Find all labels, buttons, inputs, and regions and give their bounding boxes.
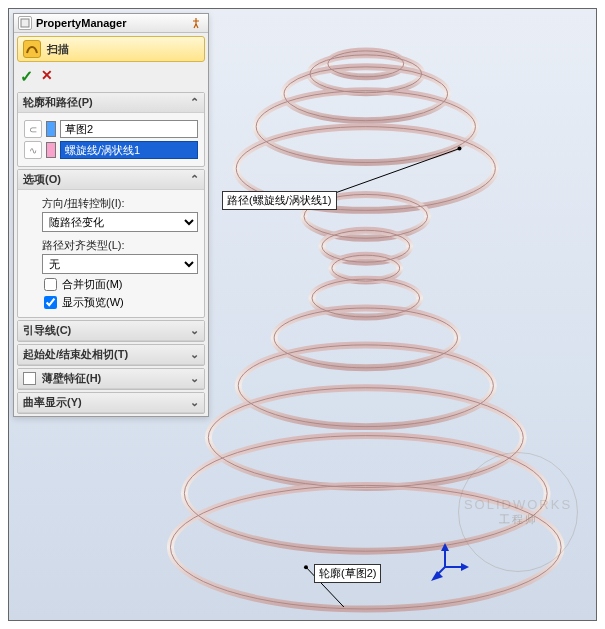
svg-marker-33 — [441, 543, 449, 551]
section-start-end-tangency: 起始处/结束处相切(T) ⌄ — [17, 344, 205, 366]
path-align-select[interactable]: 无 — [42, 254, 198, 274]
svg-marker-35 — [461, 563, 469, 571]
show-preview-checkbox[interactable] — [44, 296, 57, 309]
section-header-startend[interactable]: 起始处/结束处相切(T) ⌄ — [18, 345, 204, 365]
pm-icon — [18, 16, 32, 30]
section-header-options[interactable]: 选项(O) ⌃ — [18, 170, 204, 190]
section-options: 选项(O) ⌃ 方向/扭转控制(I): 随路径变化 路径对齐类型(L): 无 合… — [17, 169, 205, 318]
chevron-down-icon: ⌄ — [190, 324, 199, 337]
section-curvature-display: 曲率显示(Y) ⌄ — [17, 392, 205, 414]
svg-rect-38 — [21, 19, 29, 27]
chevron-up-icon: ⌃ — [190, 96, 199, 109]
section-guide-curves: 引导线(C) ⌄ — [17, 320, 205, 342]
section-header-guide[interactable]: 引导线(C) ⌄ — [18, 321, 204, 341]
section-header-profile-path[interactable]: 轮廓和路径(P) ⌃ — [18, 93, 204, 113]
section-title: 薄壁特征(H) — [42, 371, 101, 386]
path-color-chip — [46, 142, 56, 158]
svg-point-13 — [170, 485, 561, 609]
path-slot-icon[interactable]: ∿ — [24, 141, 42, 159]
pm-titlebar: PropertyManager — [14, 14, 208, 33]
chevron-up-icon: ⌃ — [190, 173, 199, 186]
profile-field[interactable]: 草图2 — [60, 120, 198, 138]
feature-name: 扫描 — [47, 42, 69, 57]
feature-header: 扫描 — [17, 36, 205, 62]
svg-point-12 — [184, 436, 547, 552]
section-title: 选项(O) — [23, 172, 61, 187]
svg-point-29 — [457, 147, 461, 151]
confirm-row: ✓ ✕ — [14, 65, 208, 90]
merge-faces-label: 合并切面(M) — [62, 277, 123, 292]
svg-marker-37 — [431, 571, 443, 581]
section-header-curvature[interactable]: 曲率显示(Y) ⌄ — [18, 393, 204, 413]
show-preview-label: 显示预览(W) — [62, 295, 124, 310]
app-frame: 路径(螺旋线/涡状线1) 轮廓(草图2) SOLIDWORKS 工程师 Prop… — [8, 8, 597, 621]
profile-slot-icon[interactable]: ⊂ — [24, 120, 42, 138]
ok-button[interactable]: ✓ — [20, 67, 33, 86]
section-profile-path: 轮廓和路径(P) ⌃ ⊂ 草图2 ∿ 螺旋线/涡状线1 — [17, 92, 205, 167]
callout-path[interactable]: 路径(螺旋线/涡状线1) — [222, 191, 337, 210]
chevron-down-icon: ⌄ — [190, 396, 199, 409]
profile-color-chip — [46, 121, 56, 137]
pm-title-text: PropertyManager — [36, 17, 126, 29]
cancel-button[interactable]: ✕ — [41, 67, 53, 86]
section-title: 轮廓和路径(P) — [23, 95, 93, 110]
pin-icon[interactable] — [188, 16, 204, 30]
twist-control-select[interactable]: 随路径变化 — [42, 212, 198, 232]
thin-feature-checkbox[interactable] — [23, 372, 36, 385]
section-title: 曲率显示(Y) — [23, 395, 82, 410]
section-title: 引导线(C) — [23, 323, 71, 338]
property-manager-panel: PropertyManager 扫描 ✓ ✕ 轮廓和路径(P) ⌃ ⊂ — [13, 13, 209, 417]
chevron-down-icon: ⌄ — [190, 372, 199, 385]
svg-line-28 — [320, 149, 460, 199]
sweep-icon — [23, 40, 41, 58]
twist-control-label: 方向/扭转控制(I): — [42, 196, 198, 211]
section-thin-feature: 薄壁特征(H) ⌄ — [17, 368, 205, 390]
view-triad[interactable] — [431, 543, 471, 583]
section-title: 起始处/结束处相切(T) — [23, 347, 128, 362]
merge-faces-checkbox[interactable] — [44, 278, 57, 291]
svg-point-31 — [304, 565, 308, 569]
path-field[interactable]: 螺旋线/涡状线1 — [60, 141, 198, 159]
chevron-down-icon: ⌄ — [190, 348, 199, 361]
path-align-label: 路径对齐类型(L): — [42, 238, 198, 253]
section-header-thin[interactable]: 薄壁特征(H) ⌄ — [18, 369, 204, 389]
callout-profile[interactable]: 轮廓(草图2) — [314, 564, 381, 583]
